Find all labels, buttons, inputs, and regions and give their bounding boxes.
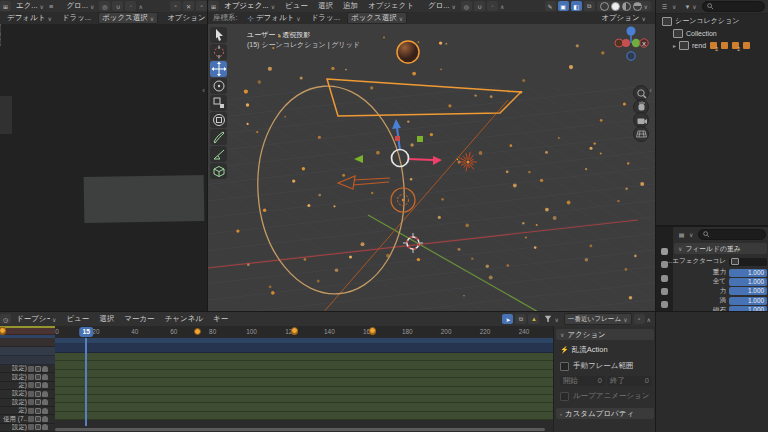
ghost-icon[interactable] [42,408,48,414]
channel-name-fcurve[interactable]: 使用 (7.. [0,415,55,423]
orientation-dropdown[interactable]: グロ...∨ [425,1,459,11]
data-block-icon[interactable]: 2 [732,42,739,49]
check-icon[interactable] [35,424,41,430]
effector-collection-field[interactable] [729,258,767,266]
tool-fallback-dropdown[interactable]: ⊹デフォルト∨ [245,13,304,23]
overlay-toggle-icon[interactable]: ◧ [571,1,582,11]
current-frame-badge[interactable]: 15 [79,327,93,337]
properties-context-icon[interactable]: ▤∨ [673,229,696,239]
snap-mode-dropdown[interactable]: 一番近いフレーム∨ [564,313,632,325]
loop-checkbox[interactable] [560,392,569,401]
dopesheet-menu-0[interactable]: ビュー [61,314,94,324]
editor-divider[interactable] [207,0,208,312]
tool-drag-label[interactable]: ドラッ... [306,13,345,23]
annotate-visibility-icon[interactable]: ✎ [545,1,556,11]
xray-icon[interactable]: ✕ [183,1,194,11]
ghost-icon[interactable] [42,366,48,372]
left-mode-dropdown[interactable]: エク...∨ [13,1,47,11]
proportional-falloff-caret[interactable]: ∧ [500,3,504,10]
proportional-icon[interactable]: ▫ [634,314,645,324]
outliner-search-input[interactable] [702,1,765,12]
channel-name-fcurve[interactable]: 設定) [0,365,55,373]
left-tool-drag[interactable]: ドラッ... [57,13,96,23]
channel-name-fcurve[interactable]: 設定) [0,390,55,398]
show-hidden-icon[interactable]: ⧉ [515,314,526,324]
left-box-select-dropdown[interactable]: ボックス選択∨ [98,12,158,24]
left-viewport-scene[interactable]: ‹ [0,24,207,311]
action-name[interactable]: 乱流Action [572,345,608,355]
ghost-icon[interactable] [42,382,48,388]
outliner-row[interactable]: ▸rend22 [673,39,768,51]
playhead-line[interactable] [85,338,87,426]
proportional-edit-icon[interactable]: ◦ [487,1,498,11]
wrench-icon[interactable] [28,391,34,397]
outliner-item-label[interactable]: シーンコレクション [675,16,739,26]
viewport-menu-2[interactable]: 追加 [338,1,363,11]
shading-wireframe-icon[interactable] [600,2,609,11]
ghost-icon[interactable] [42,399,48,405]
dopesheet-mode-dropdown[interactable]: ドープシート∨ [13,314,59,324]
editor-divider[interactable] [656,225,768,227]
dopesheet-menu-2[interactable]: マーカー [119,314,159,324]
channel-name-fcurve[interactable]: 設定) [0,424,55,432]
channel-name-fcurve[interactable]: 設定) [0,399,55,407]
shading-solid-icon[interactable] [611,2,620,11]
expander-icon[interactable]: ▸ [673,42,676,49]
tool-cursor[interactable] [210,44,227,60]
check-icon[interactable] [35,391,41,397]
options-dropdown[interactable]: オプション∨ [598,13,649,23]
check-icon[interactable] [35,416,41,422]
wrench-icon[interactable] [28,424,34,430]
proportional-edit-icon[interactable]: ◦ [125,1,136,11]
manual-range-checkbox[interactable] [560,362,569,371]
slider-重力[interactable]: 1.000 [729,269,767,277]
left-orientation-dropdown[interactable]: グロ...∨ [63,1,97,11]
region-collapse-arrow[interactable]: ‹ [649,86,652,95]
outliner-row[interactable]: シーンコレクション [662,15,768,27]
data-block-icon[interactable] [721,42,728,49]
properties-tab-view-layer[interactable] [656,285,673,298]
overlay-toggle-icon[interactable]: ▫ [196,1,207,11]
check-icon[interactable] [35,374,41,380]
filter-funnel-dropdown[interactable]: ∨ [541,315,561,323]
editor-type-icon[interactable]: ⊞ [208,1,219,11]
properties-tab-scene[interactable] [656,298,673,311]
outliner-display-mode[interactable]: ☰∨ [656,2,679,12]
xray-icon[interactable]: ⧉ [584,1,595,11]
pivot-icon[interactable]: ◎ [99,1,110,11]
tool-scale[interactable] [210,95,227,111]
viewport-menu-1[interactable]: 選択 [313,1,338,11]
outliner-filter-icon[interactable]: ▼∨ [681,3,699,10]
check-icon[interactable] [35,382,41,388]
move-gizmo[interactable] [354,119,442,167]
ghost-icon[interactable] [42,424,48,430]
shading-rendered-icon[interactable] [633,2,642,11]
dopesheet-menu-1[interactable]: 選択 [94,314,119,324]
dopesheet-menu-3[interactable]: チャンネル [160,314,208,324]
keyframe[interactable] [291,327,298,334]
slider-全て[interactable]: 1.000 [729,278,767,286]
pivot-icon[interactable]: ◎ [461,1,472,11]
outliner-item-label[interactable]: Collection [686,30,717,37]
field-weights-panel-header[interactable]: ∨フィールドの重み [674,243,767,254]
nav-perspective-button[interactable] [633,126,649,142]
box-select-dropdown[interactable]: ボックス選択∨ [347,12,407,24]
channel-name-fcurve[interactable]: 定) [0,407,55,415]
keyframe[interactable] [369,327,376,334]
only-selected-icon[interactable]: ➤ [502,314,513,324]
viewport-scene[interactable]: ユーザー・透視投影 (15) シーンコレクション | グリッド X ‹ [208,24,655,311]
editor-type-icon[interactable]: ⊞ [0,1,11,11]
slider-渦[interactable]: 1.000 [729,297,767,305]
wrench-icon[interactable] [28,408,34,414]
region-collapse-arrow[interactable]: ‹ [202,86,205,95]
snap-magnet-icon[interactable]: ∪ [474,1,485,11]
wrench-icon[interactable] [28,416,34,422]
viewport-menu-3[interactable]: オブジェクト [363,1,419,11]
start-frame-field[interactable]: 開始0 [560,376,605,386]
check-icon[interactable] [35,366,41,372]
custom-properties-panel-header[interactable]: ›カスタムプロパティ [556,408,654,419]
editor-type-icon[interactable]: ◷ [0,314,11,324]
gizmo-toggle-icon[interactable]: ▣ [558,1,569,11]
proportional-falloff-caret[interactable]: ∧ [138,3,142,10]
check-icon[interactable] [35,408,41,414]
